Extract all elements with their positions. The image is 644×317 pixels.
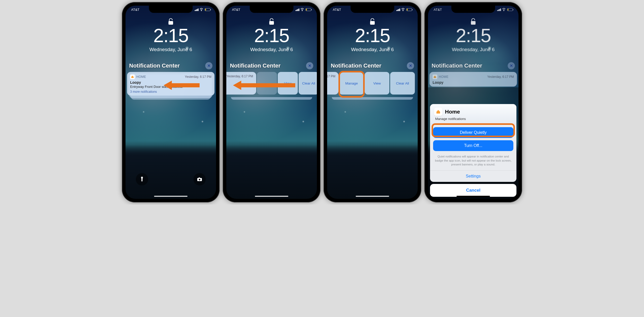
settings-button[interactable]: Settings (430, 170, 516, 182)
status-right (195, 8, 210, 12)
clock: 2:15 (226, 25, 317, 46)
date: Wednesday, June 6 (126, 47, 216, 52)
notch (351, 6, 394, 13)
clock: 2:15 (327, 25, 418, 46)
lockscreen: AT&T 2:15 Wednesday, June 6 Notification… (428, 6, 518, 199)
swipe-arrow-overlay (164, 81, 200, 90)
stack-shadow (231, 97, 312, 100)
status-right (497, 8, 513, 12)
close-icon: ✕ (308, 63, 311, 68)
home-indicator[interactable] (356, 196, 389, 197)
home-indicator[interactable] (154, 196, 187, 197)
nc-close-button[interactable]: ✕ (306, 62, 313, 69)
signal-icon (296, 8, 299, 11)
signal-icon (195, 8, 199, 11)
close-icon: ✕ (207, 63, 211, 68)
nc-header: Notification Center ✕ (129, 62, 212, 69)
sheet-app-title: Home (445, 109, 460, 115)
nc-title: Notification Center (331, 62, 381, 69)
action-clear-all[interactable]: Clear All (390, 72, 415, 95)
nc-close-button[interactable]: ✕ (205, 62, 212, 69)
notch (149, 6, 193, 13)
carrier-label: AT&T (434, 8, 442, 12)
notif-more: 3 more notifications (130, 90, 211, 94)
svg-rect-6 (370, 21, 375, 25)
battery-icon (306, 8, 311, 11)
notif-time-tail: 17 PM (327, 74, 335, 78)
home-app-icon (434, 108, 442, 116)
deliver-quietly-button[interactable]: Deliver Quietly (433, 127, 513, 138)
carrier-label: AT&T (333, 8, 341, 12)
lockscreen: AT&T 2:15 Wednesday, June 6 Notification… (126, 6, 216, 199)
lockscreen: AT&T 2:15 Wednesday, June 6 Notification… (226, 6, 317, 199)
signal-icon (396, 8, 400, 11)
notification-card-partial[interactable]: 17 PM (327, 72, 338, 95)
phone-2: AT&T 2:15 Wednesday, June 6 Notification… (223, 2, 320, 202)
svg-rect-1 (141, 177, 143, 177)
svg-rect-3 (199, 178, 200, 178)
manage-sheet: Home Manage notifications Deliver Quietl… (430, 104, 516, 197)
notif-time: Yesterday, 6:17 PM (185, 75, 211, 79)
wifi-icon (401, 8, 405, 11)
cancel-button[interactable]: Cancel (430, 184, 516, 197)
svg-rect-0 (168, 21, 173, 25)
wifi-icon (502, 8, 506, 11)
notch (451, 6, 495, 13)
nc-close-button[interactable]: ✕ (508, 62, 515, 69)
svg-rect-7 (471, 21, 476, 25)
swipe-arrow-overlay (233, 81, 295, 90)
battery-icon (507, 8, 513, 11)
svg-rect-5 (269, 21, 274, 25)
status-right (396, 8, 412, 12)
close-icon: ✕ (409, 63, 412, 68)
lockscreen: AT&T 2:15 Wednesday, June 6 Notification… (327, 6, 418, 199)
wifi-icon (300, 8, 304, 11)
turn-off-button[interactable]: Turn Off... (433, 140, 513, 151)
phone-3: AT&T 2:15 Wednesday, June 6 Notification… (324, 2, 421, 202)
nc-title: Notification Center (432, 62, 482, 69)
phone-4: AT&T 2:15 Wednesday, June 6 Notification… (424, 2, 522, 202)
date: Wednesday, June 6 (327, 47, 418, 52)
action-clear-all[interactable]: Clear All (299, 72, 317, 95)
status-right (296, 8, 311, 12)
carrier-label: AT&T (232, 8, 240, 12)
signal-icon (497, 8, 501, 11)
svg-point-4 (199, 179, 200, 180)
home-app-icon (130, 74, 135, 79)
notification-stack-bg: HOME Yesterday, 6:17 PM Loopy (430, 72, 517, 87)
carrier-label: AT&T (131, 8, 139, 12)
notif-app: HOME (130, 74, 146, 79)
camera-button[interactable] (193, 173, 206, 185)
notif-time: Yesterday, 6:17 PM (227, 74, 253, 78)
nc-header: Notification Center ✕ (432, 62, 515, 69)
action-manage[interactable]: Manage (339, 72, 364, 95)
date: Wednesday, June 6 (226, 47, 317, 52)
nc-title: Notification Center (230, 62, 281, 69)
wifi-icon (200, 8, 203, 11)
nc-header: Notification Center ✕ (331, 62, 414, 69)
notif-app-label: HOME (136, 75, 146, 79)
notch (250, 6, 293, 13)
date: Wednesday, June 6 (428, 47, 518, 52)
flashlight-button[interactable] (136, 173, 148, 185)
phone-1: AT&T 2:15 Wednesday, June 6 Notification… (122, 2, 220, 202)
home-indicator[interactable] (255, 196, 288, 197)
action-view[interactable]: View (365, 72, 389, 95)
arrow-left-icon (164, 81, 172, 90)
close-icon: ✕ (510, 63, 513, 68)
sheet-header: Home Manage notifications (430, 104, 516, 124)
nc-title: Notification Center (129, 62, 180, 69)
sheet-note: Quiet notifications will appear in notif… (430, 154, 516, 170)
home-app-icon (433, 74, 437, 79)
arrow-left-icon (233, 81, 241, 90)
sheet-subtitle: Manage notifications (434, 117, 512, 121)
stack-shadow (332, 97, 413, 100)
clock: 2:15 (428, 25, 518, 46)
notif-swipe-row[interactable]: 17 PM Manage View Clear All (327, 72, 416, 95)
nc-header: Notification Center ✕ (230, 62, 313, 69)
nc-close-button[interactable]: ✕ (407, 62, 414, 69)
home-indicator[interactable] (457, 196, 490, 197)
battery-icon (406, 8, 412, 11)
sheet-main: Home Manage notifications Deliver Quietl… (430, 104, 516, 182)
battery-icon (205, 8, 210, 11)
